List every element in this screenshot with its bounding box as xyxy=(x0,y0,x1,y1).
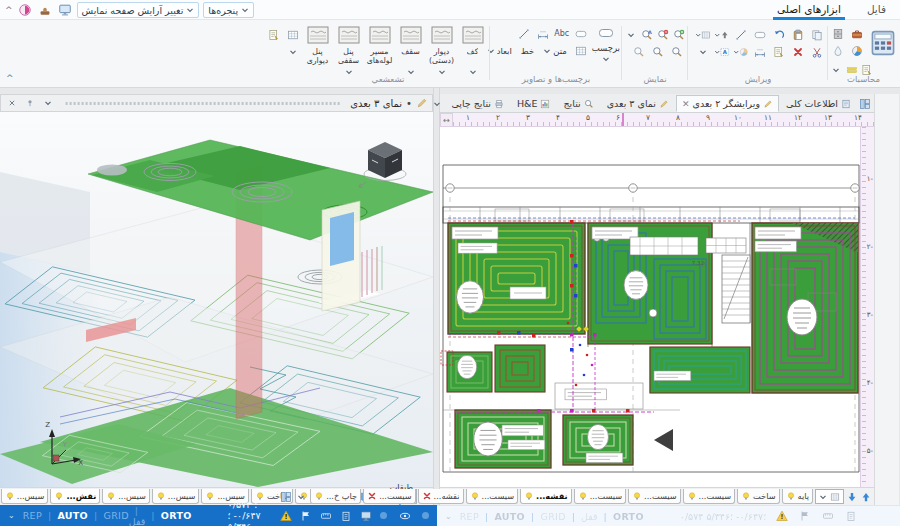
move-layer-up-icon[interactable] xyxy=(860,489,872,504)
layer-tab[interactable]: سیست... xyxy=(363,489,415,504)
angle-icon[interactable] xyxy=(732,26,750,43)
radiant-tool-button[interactable]: مسیر لوله‌های تغذیه xyxy=(364,20,395,76)
rename-icon[interactable] xyxy=(770,43,788,60)
tab-overflow-chevron[interactable] xyxy=(430,95,444,112)
layer-tab[interactable]: سیست... xyxy=(466,489,518,504)
layer-view-combo[interactable] xyxy=(815,489,844,504)
ruler-corner[interactable]: ↔ xyxy=(440,113,453,127)
layer-tab[interactable]: نقشه... xyxy=(418,489,464,504)
table-icon[interactable] xyxy=(572,42,590,59)
swap-icon[interactable] xyxy=(751,43,769,60)
zoom-all-icon[interactable] xyxy=(640,26,655,43)
mode-toggle[interactable]: قفل xyxy=(566,511,598,522)
selection-chevron-icon[interactable] xyxy=(624,26,639,43)
warning-icon[interactable] xyxy=(280,508,292,523)
move-layer-down-icon[interactable] xyxy=(846,489,858,504)
zoom-out-icon[interactable] xyxy=(656,26,671,43)
window-grid-icon[interactable] xyxy=(858,95,872,112)
stamp-icon[interactable] xyxy=(37,2,53,18)
layer-tab[interactable]: پایه xyxy=(782,489,813,504)
copy-icon[interactable] xyxy=(808,26,826,43)
chart-pie-icon[interactable] xyxy=(848,42,866,59)
eye-icon[interactable] xyxy=(397,508,412,523)
list-icon[interactable] xyxy=(694,26,712,43)
zoom-previous-icon[interactable] xyxy=(649,43,667,60)
shape-icon[interactable] xyxy=(572,25,590,42)
vertical-ruler[interactable]: ۱- ۲- ۳- ۴- ۵- xyxy=(860,127,874,487)
abc-text-icon[interactable]: Abc xyxy=(553,25,571,42)
mode-toggle[interactable]: AUTO xyxy=(42,510,88,521)
document-tab[interactable]: ویرایشگر ۲ بعدی ✕ xyxy=(676,95,779,112)
layer-tab[interactable]: نقش... xyxy=(50,489,100,504)
pin-icon[interactable] xyxy=(23,96,37,110)
wall-panel-icon[interactable] xyxy=(284,26,302,43)
collapse-ribbon-icon[interactable]: ^ xyxy=(5,5,13,15)
layer-tab[interactable]: سیس... xyxy=(152,489,200,504)
frame-icon[interactable] xyxy=(751,26,769,43)
viewport-3d[interactable]: Z X Y xyxy=(0,112,433,487)
toolbox-icon[interactable] xyxy=(848,25,866,42)
move-up-icon[interactable] xyxy=(713,26,731,43)
layer-tab[interactable]: سیست... xyxy=(574,489,626,504)
radiant-tool-button[interactable]: پنل دیواری xyxy=(302,20,333,76)
more-chevron-icon[interactable] xyxy=(694,43,712,60)
close-tab-icon[interactable]: ✕ xyxy=(682,99,690,109)
pan-tool-icon[interactable] xyxy=(280,489,292,504)
document-tab[interactable]: نتایج ✕ xyxy=(557,95,599,112)
mode-toggle[interactable]: ORTO xyxy=(598,511,644,522)
radiant-tool-button[interactable]: كف xyxy=(457,20,488,76)
delete-icon[interactable] xyxy=(789,43,807,60)
document-tab[interactable]: نمای ۳ بعدی ✕ xyxy=(601,95,675,112)
collapse-ribbon-icon[interactable]: ^ xyxy=(6,73,14,83)
paste-icon[interactable] xyxy=(789,26,807,43)
left-panel-header[interactable]: • نمای ۳ بعدی xyxy=(0,94,433,112)
flag-icon[interactable] xyxy=(797,509,812,524)
document-tab[interactable]: H&E ✕ xyxy=(511,95,557,112)
warning-icon[interactable] xyxy=(774,509,789,524)
zoom-selection-icon[interactable] xyxy=(630,43,648,60)
monitor-icon[interactable] xyxy=(57,2,73,18)
flag-icon[interactable] xyxy=(300,508,312,523)
mode-toggle[interactable]: ORTO xyxy=(145,510,191,521)
panel-splitter[interactable] xyxy=(433,88,440,505)
label-button[interactable]: برچسب xyxy=(592,20,620,63)
layer-overflow-chevron[interactable] xyxy=(294,493,308,501)
monitor-icon[interactable] xyxy=(360,508,372,523)
layer-tab[interactable]: نقشه... xyxy=(520,489,572,504)
chevron-down-icon[interactable] xyxy=(41,96,55,110)
mode-toggle[interactable]: قفل xyxy=(129,505,146,526)
calculate-button[interactable] xyxy=(868,25,898,61)
layer-tab[interactable]: سیس... xyxy=(1,489,49,504)
editor-2d-canvas[interactable]: 7.32 xyxy=(440,127,860,487)
text-button[interactable]: متن xyxy=(539,43,571,58)
layer-tab[interactable]: چاپ خ... xyxy=(310,489,361,504)
mode-toggle[interactable]: AUTO xyxy=(479,511,525,522)
text-select-icon[interactable] xyxy=(713,43,731,60)
zoom-window-icon[interactable] xyxy=(668,43,686,60)
mode-toggle[interactable]: REP xyxy=(460,511,479,522)
edit-panel-icon[interactable] xyxy=(265,26,283,43)
layer-tab[interactable]: سیست... xyxy=(683,489,735,504)
chevron-down-icon[interactable]: ⌄ xyxy=(445,512,452,521)
mode-toggle[interactable]: GRID xyxy=(525,511,566,522)
layer-tab[interactable]: سیس... xyxy=(102,489,150,504)
ribbon-tab[interactable]: ابزارهای اصلی xyxy=(773,0,845,20)
dimension-icon[interactable] xyxy=(534,25,552,42)
select-circle-icon[interactable] xyxy=(732,43,750,60)
windows-button[interactable]: پنجره‌ها xyxy=(203,2,254,18)
notes-icon[interactable] xyxy=(843,509,858,524)
radiant-tool-button[interactable]: پنل سقفی xyxy=(333,20,364,76)
document-tab[interactable]: اطلاعات کلی ✕ xyxy=(780,95,857,112)
document-tab[interactable]: نتایج چاپی ✕ xyxy=(445,95,510,112)
undo-icon[interactable] xyxy=(770,26,788,43)
cut-icon[interactable] xyxy=(808,43,826,60)
radiant-tool-button[interactable]: سقف xyxy=(395,20,426,76)
mode-toggle[interactable]: GRID xyxy=(88,510,129,521)
notes-icon[interactable] xyxy=(340,508,352,523)
ribbon-tab[interactable]: فایل xyxy=(863,0,890,20)
line-icon[interactable] xyxy=(515,25,533,42)
layout-button[interactable]: تغییر آرایش صفحه نمایش xyxy=(77,2,200,18)
measure-icon[interactable] xyxy=(320,508,332,523)
more-chevron-icon[interactable] xyxy=(284,43,302,60)
drag-handle[interactable] xyxy=(65,101,340,106)
